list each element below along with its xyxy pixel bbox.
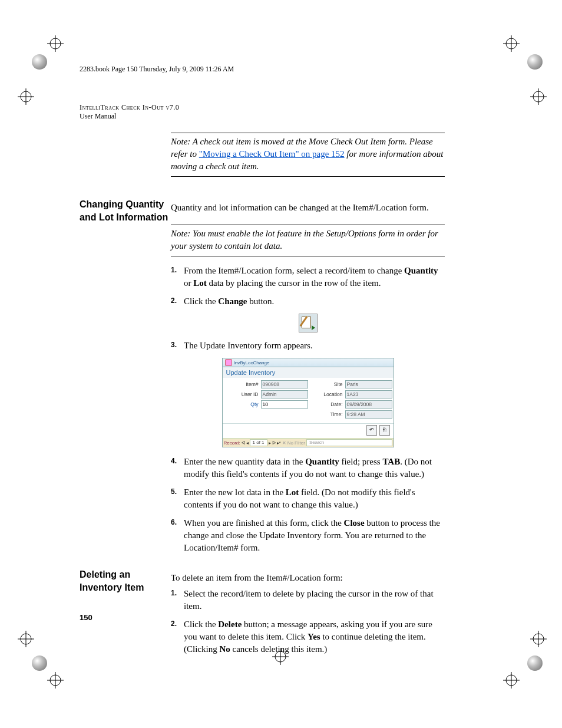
- site-label: Site: [310, 381, 343, 387]
- sphere-icon: [527, 655, 543, 671]
- step-number: 2.: [171, 618, 184, 655]
- section-heading-deleting: Deleting an Inventory Item: [80, 568, 171, 594]
- close-button[interactable]: ⎘: [379, 425, 390, 436]
- book-header: 2283.book Page 150 Thursday, July 9, 200…: [80, 65, 445, 74]
- step-item: 2. Click the Change button.: [171, 295, 445, 308]
- step-item: 1. From the Item#/Location form, select …: [171, 265, 445, 289]
- time-field[interactable]: 9:28 AM: [345, 410, 392, 419]
- form-subtitle: Update Inventory: [223, 367, 394, 378]
- item-field[interactable]: 090908: [261, 380, 308, 388]
- form-icon: [225, 359, 232, 366]
- qty-field[interactable]: 10: [261, 400, 308, 409]
- userid-field[interactable]: Admin: [261, 390, 308, 398]
- page-number: 150: [80, 613, 92, 622]
- step-item: 4. Enter the new quantity data in the Qu…: [171, 456, 445, 480]
- step-item: 5. Enter the new lot data in the Lot fie…: [171, 486, 445, 511]
- step-item: 1. Select the record/item to delete by p…: [171, 588, 445, 612]
- step-item: 3. The Update Inventory form appears.: [171, 340, 445, 352]
- step-number: 1.: [171, 588, 184, 612]
- page-content: 2283.book Page 150 Thursday, July 9, 200…: [80, 65, 445, 661]
- undo-button[interactable]: ↶: [366, 425, 377, 436]
- crop-mark-icon: [530, 88, 547, 105]
- manual-title: User Manual: [80, 112, 445, 121]
- step-item: 2. Click the Delete button; a message ap…: [171, 618, 445, 655]
- crop-mark-icon: [530, 631, 547, 647]
- site-field[interactable]: Paris: [345, 380, 392, 388]
- sphere-icon: [32, 655, 47, 671]
- item-label: Item#: [226, 381, 259, 387]
- crop-mark-icon: [503, 35, 520, 52]
- sphere-icon: [32, 54, 47, 70]
- crop-mark-icon: [18, 631, 34, 647]
- section-heading-changing: Changing Quantity and Lot Information: [80, 198, 171, 223]
- moving-checkout-link[interactable]: "Moving a Check Out Item" on page 152: [199, 149, 345, 159]
- form-titlebar: InvByLocChange: [223, 358, 394, 367]
- crop-mark-icon: [503, 672, 520, 689]
- userid-label: User ID: [226, 391, 259, 397]
- step-number: 1.: [171, 265, 184, 289]
- note-block-lot: Note: You must enable the lot feature in…: [171, 225, 445, 256]
- step-number: 6.: [171, 517, 184, 554]
- date-field[interactable]: 09/09/2008: [345, 400, 392, 409]
- section1-intro: Quantity and lot information can be chan…: [171, 202, 445, 214]
- step-number: 5.: [171, 486, 184, 511]
- crop-mark-icon: [47, 35, 64, 52]
- note-block: Note: A check out item is moved at the M…: [171, 133, 445, 177]
- date-label: Date:: [310, 401, 343, 407]
- section2-intro: To delete an item from the Item#/Locatio…: [171, 572, 445, 584]
- step-number: 3.: [171, 340, 184, 352]
- crop-mark-icon: [47, 672, 64, 689]
- location-field[interactable]: 1A23: [345, 390, 392, 398]
- qty-label: Qty: [226, 401, 259, 407]
- change-button-icon: [299, 314, 318, 332]
- update-inventory-form: InvByLocChange Update Inventory Item# 09…: [222, 358, 394, 447]
- location-label: Location: [310, 391, 343, 397]
- sphere-icon: [527, 54, 543, 70]
- product-title: IntelliTrack Check In-Out v7.0: [80, 103, 445, 112]
- step-number: 4.: [171, 456, 184, 480]
- step-item: 6. When you are finished at this form, c…: [171, 517, 445, 554]
- step-number: 2.: [171, 295, 184, 308]
- record-navigator[interactable]: Record: ᐊ◂ 1 of 1 ▸ᐅ▸* ✕No Filter Search: [223, 438, 394, 447]
- time-label: Time:: [310, 411, 343, 417]
- crop-mark-icon: [18, 88, 34, 105]
